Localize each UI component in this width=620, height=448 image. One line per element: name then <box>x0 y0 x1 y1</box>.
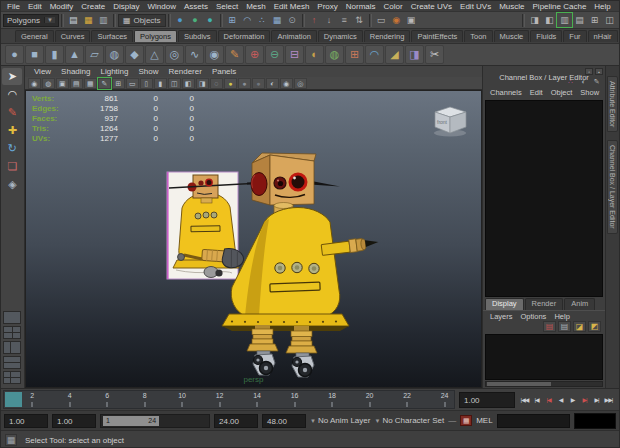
command-line-language-toggle[interactable]: MEL <box>476 416 492 425</box>
layer-scrollbar[interactable] <box>485 381 603 387</box>
save-scene-icon[interactable]: ▥ <box>96 13 111 27</box>
shelf-tab-fluids[interactable]: Fluids <box>530 30 562 42</box>
mute-toggle[interactable]: — <box>448 416 456 425</box>
time-slider[interactable]: 24681012141618202224 <box>3 390 455 409</box>
poly-soccerball-icon[interactable]: ◉ <box>205 45 224 64</box>
menu-set-dropdown[interactable]: Polygons▼ <box>3 14 59 27</box>
layer-editor-tab-display[interactable]: Display <box>485 298 524 310</box>
shelf-tab-deformation[interactable]: Deformation <box>218 30 271 42</box>
combine-icon[interactable]: ⊕ <box>245 45 264 64</box>
render-settings-icon[interactable]: ▣ <box>404 13 419 27</box>
layer-gray-icon[interactable]: ▤ <box>558 321 571 332</box>
image-plane-icon[interactable]: ▦ <box>84 78 97 89</box>
scrollbar-thumb[interactable] <box>487 382 551 386</box>
bevel-icon[interactable]: ◢ <box>385 45 404 64</box>
layer-menu-help[interactable]: Help <box>550 311 573 321</box>
new-scene-icon[interactable]: ▤ <box>66 13 81 27</box>
open-scene-icon[interactable]: ▦ <box>81 13 96 27</box>
view-cube[interactable]: front <box>434 107 466 137</box>
shelf-tab-surfaces[interactable]: Surfaces <box>91 30 133 42</box>
layout-split-horizontal[interactable] <box>3 356 21 369</box>
shelf-tab-subdivs[interactable]: Subdivs <box>178 30 217 42</box>
shelf-tab-general[interactable]: General <box>15 30 54 42</box>
select-component-icon[interactable]: ● <box>203 13 218 27</box>
menu-modify[interactable]: Modify <box>46 1 78 12</box>
menu-create[interactable]: Create <box>77 1 109 12</box>
occlusion-icon[interactable]: ◉ <box>280 78 293 89</box>
new-empty-layer-icon[interactable]: ◪ <box>573 321 586 332</box>
menu-edit-mesh[interactable]: Edit Mesh <box>270 1 314 12</box>
lasso-tool[interactable]: ◠ <box>2 86 22 103</box>
resolution-gate-icon[interactable]: ▯ <box>140 78 153 89</box>
select-object-icon[interactable]: ● <box>188 13 203 27</box>
channel-box-menu-channels[interactable]: Channels <box>486 87 526 99</box>
poly-sphere-icon[interactable]: ● <box>5 45 24 64</box>
hypershade-icon[interactable]: ◫ <box>602 13 617 27</box>
playback-start-field[interactable]: 1.00 <box>52 414 96 428</box>
grid-toggle-icon[interactable]: ⊞ <box>112 78 125 89</box>
select-tool[interactable]: ➤ <box>2 68 22 85</box>
poly-cone-icon[interactable]: ▲ <box>65 45 84 64</box>
panel-menu-view[interactable]: View <box>29 66 56 77</box>
shadows-icon[interactable]: ◐ <box>266 78 279 89</box>
menu-normals[interactable]: Normals <box>342 1 380 12</box>
shelf-tab-fur[interactable]: Fur <box>563 30 586 42</box>
snap-to-point-icon[interactable]: ∴ <box>255 13 270 27</box>
last-tool[interactable]: ◈ <box>2 176 22 193</box>
lock-camera-icon[interactable]: ◍ <box>42 78 55 89</box>
new-layer-selected-icon[interactable]: ◩ <box>588 321 601 332</box>
current-frame-marker[interactable] <box>5 392 22 407</box>
render-current-frame-icon[interactable]: ▭ <box>374 13 389 27</box>
play-backwards-button[interactable]: ◀ <box>555 393 566 407</box>
toggle-panel-icon[interactable]: ▤ <box>572 13 587 27</box>
poly-cylinder-icon[interactable]: ▮ <box>45 45 64 64</box>
menu-select[interactable]: Select <box>212 1 242 12</box>
bridge-icon[interactable]: ◠ <box>365 45 384 64</box>
show-attribute-editor-icon[interactable]: ◨ <box>527 13 542 27</box>
no-history-icon[interactable]: ↓ <box>322 13 337 27</box>
snap-to-view-plane-icon[interactable]: ▦ <box>270 13 285 27</box>
extrude-icon[interactable]: ⊞ <box>345 45 364 64</box>
extract-icon[interactable]: ⊟ <box>285 45 304 64</box>
bookmarks-icon[interactable]: ▤ <box>70 78 83 89</box>
layout-four-pane[interactable] <box>3 326 21 339</box>
selection-mask-field[interactable]: ▦Objects <box>118 14 166 27</box>
inputs-outputs-icon[interactable]: ⇅ <box>352 13 367 27</box>
shaded-mode-icon[interactable]: ● <box>224 78 237 89</box>
mirror-geometry-icon[interactable]: ◨ <box>405 45 424 64</box>
menu-mesh[interactable]: Mesh <box>242 1 270 12</box>
menu-help[interactable]: Help <box>590 1 614 12</box>
panel-menu-renderer[interactable]: Renderer <box>164 66 207 77</box>
poly-cube-icon[interactable]: ■ <box>25 45 44 64</box>
go-to-start-button[interactable]: |◀◀ <box>519 393 530 407</box>
show-tool-settings-icon[interactable]: ◧ <box>542 13 557 27</box>
panel-menu-panels[interactable]: Panels <box>207 66 241 77</box>
show-channel-box-icon[interactable]: ▥ <box>557 13 572 27</box>
command-line-input[interactable] <box>497 414 570 428</box>
menu-assets[interactable]: Assets <box>180 1 212 12</box>
animation-start-field[interactable]: 1.00 <box>4 414 48 428</box>
boolean-icon[interactable]: ◐ <box>305 45 324 64</box>
make-live-icon[interactable]: ⊙ <box>285 13 300 27</box>
layout-single-pane[interactable] <box>3 311 21 324</box>
menu-proxy[interactable]: Proxy <box>313 1 341 12</box>
use-all-lights-icon[interactable]: ● <box>252 78 265 89</box>
viewport-canvas[interactable]: front Verts:86100Edges:175800Faces:93700… <box>25 90 482 388</box>
menu-display[interactable]: Display <box>109 1 143 12</box>
channel-list-area[interactable] <box>485 100 603 297</box>
playback-end-field[interactable]: 24.00 <box>214 414 258 428</box>
menu-edit[interactable]: Edit <box>24 1 46 12</box>
step-back-frame-button[interactable]: |◀ <box>531 393 542 407</box>
poly-torus-icon[interactable]: ◍ <box>105 45 124 64</box>
separate-icon[interactable]: ⊖ <box>265 45 284 64</box>
range-slider[interactable]: 1 24 <box>100 414 210 428</box>
dock-icon[interactable]: ▫ <box>585 68 593 75</box>
anim-layer-dropdown[interactable]: ▼No Anim Layer <box>310 416 370 425</box>
shelf-tab-nhair[interactable]: nHair <box>588 30 618 42</box>
shelf-tab-muscle[interactable]: Muscle <box>494 30 530 42</box>
move-tool[interactable]: ✚ <box>2 122 22 139</box>
poly-pipe-icon[interactable]: ◎ <box>165 45 184 64</box>
rotate-tool[interactable]: ↻ <box>2 140 22 157</box>
layer-list-area[interactable] <box>485 334 603 380</box>
select-hierarchy-icon[interactable]: ● <box>173 13 188 27</box>
